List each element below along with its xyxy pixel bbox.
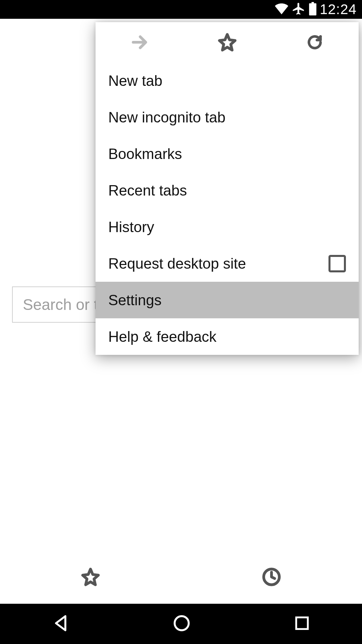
- bookmarks-shortcut[interactable]: [0, 560, 181, 594]
- clock-icon: [262, 568, 281, 586]
- nav-home-button[interactable]: [172, 614, 191, 634]
- recents-icon: [293, 614, 311, 632]
- menu-top-row: [96, 22, 359, 62]
- nav-back-button[interactable]: [51, 614, 70, 634]
- star-icon: [218, 33, 237, 52]
- menu-item-settings[interactable]: Settings: [96, 282, 359, 318]
- menu-item-bookmarks[interactable]: Bookmarks: [96, 136, 359, 172]
- nav-recents-button[interactable]: [293, 614, 311, 633]
- status-bar: 12:24: [0, 0, 362, 19]
- star-icon: [81, 568, 100, 586]
- forward-button[interactable]: [96, 33, 183, 52]
- forward-icon: [130, 33, 149, 52]
- menu-item-new-tab[interactable]: New tab: [96, 62, 359, 99]
- menu-item-help-feedback[interactable]: Help & feedback: [96, 318, 359, 355]
- menu-item-label: New tab: [108, 72, 346, 89]
- reload-button[interactable]: [271, 34, 359, 51]
- bookmark-page-button[interactable]: [183, 33, 271, 52]
- back-icon: [51, 614, 70, 633]
- wifi-icon: [275, 3, 288, 16]
- menu-item-new-incognito[interactable]: New incognito tab: [96, 99, 359, 136]
- request-desktop-checkbox[interactable]: [328, 255, 346, 272]
- system-nav-bar: [0, 604, 362, 644]
- menu-item-label: History: [108, 219, 346, 235]
- menu-item-label: Help & feedback: [108, 328, 346, 345]
- battery-icon: [309, 2, 316, 17]
- menu-item-request-desktop[interactable]: Request desktop site: [96, 245, 359, 282]
- svg-rect-2: [296, 618, 308, 629]
- home-icon: [172, 614, 191, 633]
- menu-item-label: Recent tabs: [108, 182, 346, 199]
- menu-item-label: Request desktop site: [108, 255, 328, 272]
- status-time: 12:24: [320, 1, 357, 17]
- menu-item-label: Settings: [108, 292, 346, 309]
- airplane-icon: [292, 2, 306, 17]
- recent-tabs-shortcut[interactable]: [181, 560, 362, 594]
- bottom-shortcut-row: [0, 560, 362, 594]
- menu-item-label: New incognito tab: [108, 109, 346, 126]
- status-icons: 12:24: [275, 1, 357, 17]
- screen: 12:24 Search or type URL: [0, 0, 362, 644]
- menu-item-history[interactable]: History: [96, 209, 359, 245]
- menu-item-label: Bookmarks: [108, 146, 346, 162]
- reload-icon: [306, 34, 323, 51]
- svg-point-1: [175, 616, 189, 630]
- overflow-menu: New tab New incognito tab Bookmarks Rece…: [96, 22, 359, 355]
- menu-item-recent-tabs[interactable]: Recent tabs: [96, 172, 359, 209]
